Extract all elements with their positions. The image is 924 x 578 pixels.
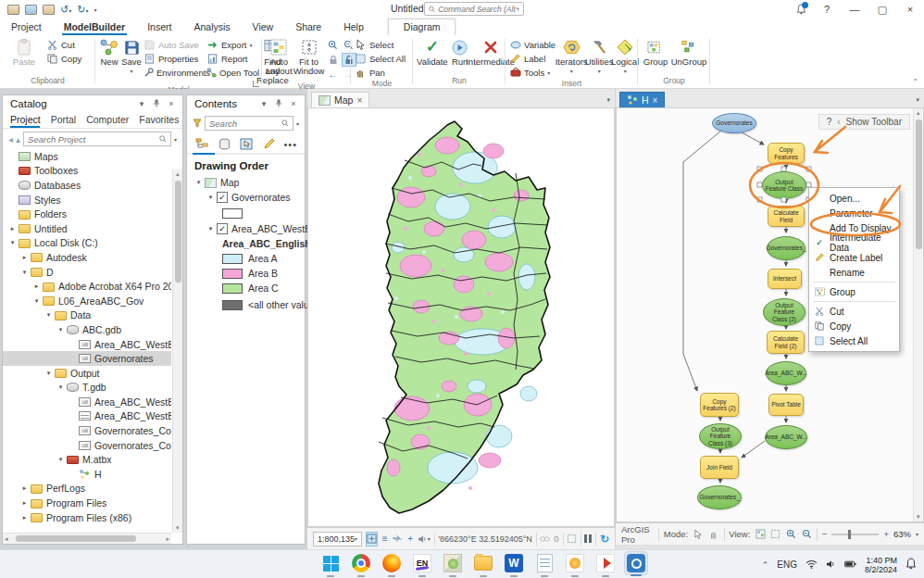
model-help-button[interactable]: ? — [827, 117, 832, 127]
pan-button[interactable]: Pan — [355, 66, 406, 79]
variable-button[interactable]: Variable — [509, 38, 556, 51]
catalog-menu-icon[interactable]: ▾ — [134, 99, 149, 108]
tab-project[interactable]: Project — [0, 19, 53, 35]
tree-item-autodesk[interactable]: ▸Autodesk — [3, 250, 171, 265]
model-node-output-feature-class[interactable]: Output Feature Class — [762, 171, 806, 199]
area-c-swatch[interactable] — [222, 283, 243, 294]
menu-item-group[interactable]: Group — [809, 284, 899, 299]
label-button[interactable]: Label — [509, 52, 556, 65]
select-mode-icon[interactable] — [693, 527, 704, 542]
selection-tab-icon[interactable] — [239, 137, 254, 151]
zoom-slider[interactable] — [831, 534, 879, 535]
legend-item-area-c[interactable]: Area C — [193, 281, 305, 295]
area-b-swatch[interactable] — [222, 269, 243, 279]
catalog-tab-project[interactable]: Project — [10, 114, 47, 128]
pause-drawing-icon[interactable] — [584, 534, 592, 543]
crosshair-icon[interactable]: + — [406, 532, 413, 547]
tree-item-folders[interactable]: Folders — [3, 207, 171, 221]
taskbar-photos[interactable] — [563, 551, 587, 575]
utilities-button[interactable]: Utilities ▾ — [587, 37, 611, 76]
menu-item-cut[interactable]: Cut — [809, 304, 899, 319]
contents-pin-icon[interactable] — [271, 99, 286, 109]
model-node-calculate-field[interactable]: Calculate Field — [768, 206, 805, 227]
restore-button[interactable]: ▢ — [868, 0, 896, 19]
intermediate-button[interactable]: Intermediate — [472, 37, 509, 67]
up-nav-icon[interactable]: ▴ — [16, 134, 20, 144]
catalog-tab-computer[interactable]: Computer — [86, 114, 135, 128]
tree-item-m-atbx[interactable]: ▾M.atbx — [3, 452, 171, 467]
tree-item-data[interactable]: ▾Data — [3, 308, 171, 323]
edit-tab-icon[interactable] — [261, 137, 276, 151]
collapse-ribbon-icon[interactable]: ⌃ — [912, 78, 918, 86]
sound-icon[interactable]: ▾ — [418, 532, 431, 547]
tree-item-copyfeatures[interactable]: Governorates_CopyFeatures — [3, 423, 171, 438]
expander-icon[interactable]: ▾ — [43, 370, 55, 377]
auto-layout-button[interactable]: Auto Layout — [266, 37, 293, 76]
model-node-calculate-field-2[interactable]: Calculate Field (2) — [767, 331, 805, 354]
tab-list-icon[interactable]: ▾ — [606, 96, 610, 104]
tree-item-d[interactable]: ▾D — [3, 265, 171, 280]
model-node-governorates-out-2[interactable]: Governorates_ — [697, 485, 742, 509]
environments-button[interactable]: Environments — [144, 66, 205, 79]
model-node-pivot-table[interactable]: Pivot Table — [768, 394, 804, 416]
iterators-button[interactable]: Iterators ▾ — [557, 37, 585, 76]
group-button[interactable]: Group — [642, 37, 669, 67]
auto-save-button[interactable]: Auto Save — [144, 38, 205, 51]
model-node-area-abc-w[interactable]: Area_ABC_W... — [766, 361, 806, 385]
scale-combobox[interactable]: 1:800,135 ▾ — [313, 532, 362, 547]
tab-insert[interactable]: Insert — [136, 19, 182, 35]
catalog-pin-icon[interactable] — [149, 99, 164, 109]
tree-item-intersect-fc[interactable]: Area_ABC_WestBank_Interse — [3, 395, 171, 409]
paste-button[interactable]: Paste — [4, 37, 44, 67]
tab-diagram[interactable]: Diagram — [388, 19, 456, 35]
legend-item-other[interactable]: <all other values> — [193, 295, 305, 314]
tree-item-local-disk-c[interactable]: ▾Local Disk (C:) — [3, 236, 171, 251]
taskbar-red-app[interactable] — [593, 551, 618, 575]
search-options-icon[interactable]: ▾ — [174, 136, 177, 143]
new-project-icon[interactable] — [43, 5, 55, 15]
tab-share[interactable]: Share — [284, 19, 332, 35]
new-model-button[interactable]: New — [99, 37, 119, 67]
tree-item-databases[interactable]: Databases — [3, 178, 171, 193]
layer-checkbox[interactable]: ✓ — [217, 223, 228, 234]
tree-item-program-files[interactable]: ▸Program Files — [3, 496, 171, 510]
map-tab[interactable]: Map × — [311, 92, 369, 107]
export-button[interactable]: Export ▾ — [206, 38, 255, 51]
logical-dropdown-icon[interactable]: ▾ — [624, 67, 627, 76]
taskbar-arcgis-pro[interactable] — [624, 551, 648, 575]
lock-icon[interactable] — [326, 53, 341, 67]
model-node-join-field[interactable]: Join Field — [700, 456, 739, 479]
model-node-governorates-out[interactable]: Governorates_ — [767, 236, 805, 260]
utilities-dropdown-icon[interactable]: ▾ — [598, 67, 601, 76]
customize-qat-icon[interactable]: ▾ — [94, 6, 96, 13]
copy-button[interactable]: Copy — [46, 52, 81, 65]
flicker-icon[interactable] — [392, 532, 403, 547]
hidden-icons-chevron[interactable]: ⌃ — [762, 560, 769, 570]
close-button[interactable]: × — [896, 0, 924, 19]
export-dropdown-icon[interactable]: ▾ — [249, 42, 252, 48]
zoom-dropdown-icon[interactable]: ▾ — [916, 531, 918, 537]
tree-item-maps[interactable]: Maps — [3, 149, 171, 164]
area-a-swatch[interactable] — [222, 254, 243, 264]
close-tab-icon[interactable]: × — [356, 95, 362, 106]
taskbar-notepad[interactable] — [532, 551, 556, 575]
back-arrow-icon[interactable]: ← — [326, 68, 341, 82]
drawing-order-tab-icon[interactable] — [194, 137, 209, 151]
model-canvas[interactable]: ? ‹ Show Toolbar — [616, 107, 924, 522]
zoom-out-icon[interactable] — [801, 527, 812, 542]
model-node-copy-features-2[interactable]: Copy Features (2) — [700, 393, 739, 417]
select-button[interactable]: Select — [355, 38, 406, 51]
notification-bell-icon[interactable] — [905, 558, 917, 572]
save-model-button[interactable]: Save ▾ — [121, 37, 142, 76]
selection-box-icon[interactable] — [567, 532, 577, 547]
show-toolbar-button[interactable]: ? ‹ Show Toolbar — [818, 114, 910, 130]
taskbar-file-explorer[interactable] — [471, 551, 495, 575]
expander-icon[interactable]: ▸ — [31, 283, 43, 290]
properties-button[interactable]: Properties — [144, 52, 205, 65]
areaabc-layer-row[interactable]: ▾ ✓ Area_ABC_WestBank — [193, 221, 305, 236]
notification-bell-icon[interactable] — [789, 0, 813, 19]
expander-icon[interactable]: ▸ — [19, 254, 31, 261]
expander-icon[interactable]: ▾ — [193, 179, 205, 186]
snapping-toggle-icon[interactable] — [366, 532, 378, 547]
expander-icon[interactable]: ▾ — [6, 239, 19, 246]
